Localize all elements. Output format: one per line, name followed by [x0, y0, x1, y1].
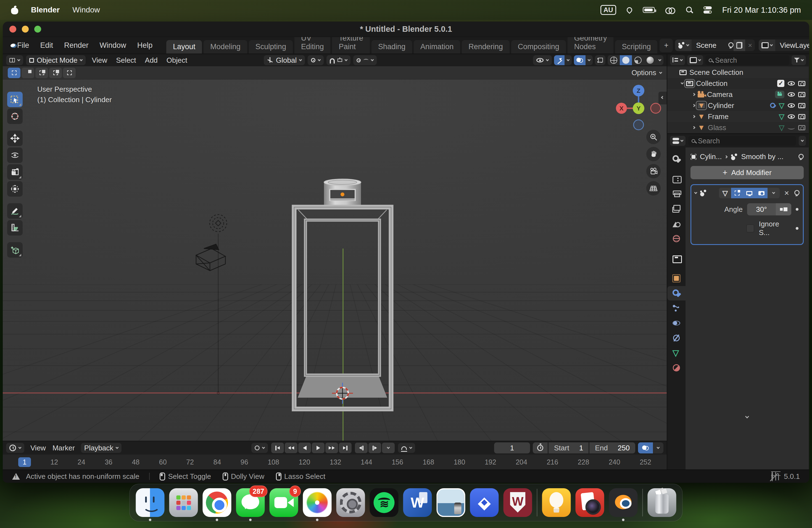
auto-keying-toggle[interactable] — [251, 443, 268, 453]
sidebar-collapse-arrow[interactable] — [658, 92, 667, 104]
properties-options-dropdown[interactable] — [799, 136, 806, 146]
properties-tab-view-layer[interactable] — [667, 202, 685, 216]
properties-tab-tool[interactable] — [667, 152, 685, 166]
pin-id-icon[interactable] — [798, 153, 804, 160]
outliner-item-label[interactable]: Glass — [708, 123, 726, 132]
control-center-icon[interactable] — [704, 6, 712, 14]
outliner-display-mode-selector[interactable] — [687, 55, 703, 65]
outliner-row-camera[interactable]: Camera — [667, 89, 809, 100]
properties-editor-type-selector[interactable] — [670, 136, 685, 146]
angle-value-slider[interactable]: 30° — [747, 203, 791, 216]
frame-tick[interactable]: 144 — [361, 458, 372, 466]
viewport-menu-view[interactable]: View — [88, 56, 111, 65]
select-mode-difference-button[interactable] — [49, 68, 62, 78]
frame-end-field[interactable]: End250 — [590, 442, 635, 453]
frame-tick[interactable]: 24 — [77, 458, 85, 466]
frame-tick[interactable]: 60 — [159, 458, 167, 466]
hotspot-link-icon[interactable] — [665, 7, 675, 13]
frame-tick[interactable]: 180 — [454, 458, 465, 466]
gizmo-toggle[interactable] — [554, 55, 572, 65]
outliner-row-scene-collection[interactable]: Scene Collection — [667, 67, 809, 78]
disable-in-render-toggle[interactable] — [798, 114, 806, 119]
modifier-extras-dropdown[interactable] — [768, 188, 780, 198]
add-cube-tool-button[interactable] — [7, 242, 23, 258]
dock-icon-trash[interactable] — [648, 488, 677, 517]
step-back-button[interactable] — [355, 443, 367, 453]
step-options-dropdown[interactable] — [382, 443, 395, 453]
measure-tool-button[interactable] — [7, 220, 23, 236]
select-mode-extend-button[interactable] — [21, 68, 34, 78]
outliner-item-label[interactable]: Scene Collection — [690, 68, 743, 77]
tab-compositing[interactable]: Compositing — [511, 40, 566, 54]
frame-tick[interactable]: 132 — [330, 458, 342, 466]
outliner-row-collection[interactable]: Collection ✓ — [667, 78, 809, 89]
frame-tick[interactable]: 240 — [609, 458, 620, 466]
hide-eye-toggle[interactable] — [788, 114, 795, 119]
select-box-tool-button[interactable] — [7, 92, 23, 107]
copy-scene-icon[interactable] — [736, 42, 742, 48]
breadcrumb-object[interactable]: Cylin... — [700, 152, 722, 161]
input-source-badge[interactable]: AU — [600, 5, 616, 15]
rotate-tool-button[interactable] — [7, 147, 23, 163]
expand-chevron-icon[interactable] — [692, 93, 695, 96]
tab-modeling[interactable]: Modeling — [204, 40, 247, 54]
options-dropdown[interactable]: Options — [632, 69, 662, 77]
properties-tab-object[interactable] — [667, 271, 685, 285]
properties-tab-modifiers[interactable] — [667, 286, 685, 300]
camera-object[interactable] — [196, 244, 226, 270]
point-light-object[interactable] — [209, 215, 227, 232]
select-mode-set-button[interactable] — [8, 68, 20, 78]
snap-magnet-icon[interactable] — [330, 58, 335, 62]
shading-rendered-button[interactable] — [644, 55, 656, 65]
tab-shading[interactable]: Shading — [372, 40, 412, 54]
dock-icon-photos[interactable] — [303, 488, 332, 517]
outliner-item-label[interactable]: Collection — [696, 79, 727, 88]
tab-animation[interactable]: Animation — [414, 40, 460, 54]
properties-tab-collection[interactable] — [667, 251, 685, 266]
expand-chevron-icon[interactable] — [681, 81, 684, 84]
tab-layout[interactable]: Layout — [166, 40, 202, 54]
play-reverse-button[interactable] — [298, 443, 311, 453]
frame-start-field[interactable]: Start1 — [549, 442, 589, 453]
pin-scene-icon[interactable] — [727, 42, 734, 48]
delete-modifier-button[interactable]: × — [782, 189, 791, 197]
frame-tick[interactable]: 168 — [423, 458, 434, 466]
panel-scroll-chevron[interactable] — [745, 414, 749, 419]
properties-tab-output[interactable] — [667, 187, 685, 201]
expand-chevron-icon[interactable] — [692, 126, 695, 129]
dock-icon-messages[interactable]: 287 — [236, 488, 265, 517]
menu-window[interactable]: Window — [95, 40, 131, 52]
annotate-tool-button[interactable] — [7, 203, 23, 219]
frame-tick[interactable]: 120 — [299, 458, 310, 466]
dock-icon-finder[interactable] — [136, 488, 164, 517]
outliner-item-label[interactable]: Frame — [708, 113, 729, 121]
step-forward-button[interactable] — [368, 443, 381, 453]
modifier-edit-mode-toggle[interactable]: ▽ — [719, 188, 731, 198]
properties-tab-material[interactable] — [667, 361, 685, 375]
dock-icon-facetime[interactable]: 9 — [270, 488, 298, 517]
timeline-menu-marker[interactable]: Marker — [49, 443, 78, 453]
menubar-item-window[interactable]: Window — [72, 5, 100, 14]
next-keyframe-button[interactable] — [325, 443, 338, 453]
camera-view-button[interactable] — [646, 164, 661, 178]
playback-menu[interactable]: Playback — [81, 443, 122, 453]
dock-icon-chrome[interactable] — [203, 488, 231, 517]
properties-tab-world[interactable] — [667, 231, 685, 246]
select-mode-intersect-button[interactable] — [63, 68, 76, 78]
apple-menu-icon[interactable] — [11, 5, 18, 14]
modifier-realtime-toggle[interactable] — [743, 188, 755, 198]
move-tool-button[interactable] — [7, 131, 23, 146]
disable-in-render-toggle[interactable] — [798, 81, 806, 86]
properties-tab-constraints[interactable] — [667, 331, 685, 345]
properties-tab-particles[interactable] — [667, 301, 685, 316]
timeline-view-sync-toggle[interactable] — [638, 442, 663, 453]
proportional-editing-controls[interactable] — [353, 55, 377, 65]
shading-material-button[interactable] — [632, 55, 644, 65]
hide-eye-toggle[interactable] — [788, 103, 795, 108]
frame-tick[interactable]: 36 — [105, 458, 112, 466]
animate-property-dot[interactable] — [796, 208, 798, 211]
battery-icon[interactable] — [643, 7, 655, 13]
properties-tab-render[interactable] — [667, 172, 685, 186]
shading-solid-button[interactable] — [620, 55, 632, 65]
viewport-menu-select[interactable]: Select — [113, 56, 139, 65]
